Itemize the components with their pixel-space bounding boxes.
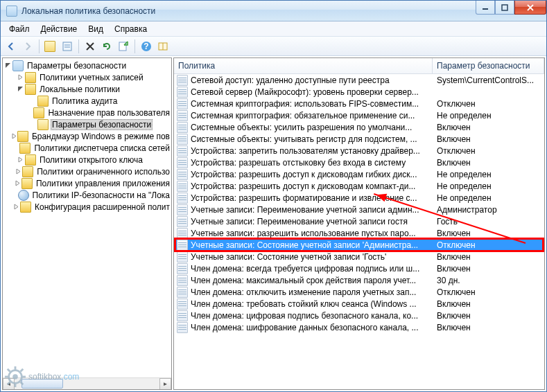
- table-row[interactable]: Устройства: разрешить доступ к дисковода…: [174, 168, 544, 180]
- menubar: Файл Действие Вид Справка: [1, 21, 546, 37]
- export-button[interactable]: [116, 39, 131, 54]
- tree[interactable]: Параметры безопасностиПолитики учетных з…: [3, 58, 171, 377]
- tree-item[interactable]: Политики учетных записей: [3, 71, 171, 83]
- table-row[interactable]: Сетевой доступ: удаленно доступные пути …: [174, 74, 544, 86]
- policy-value: Отключен: [433, 240, 544, 250]
- tree-item[interactable]: Назначение прав пользователя: [3, 107, 171, 118]
- tree-item[interactable]: Политики диспетчера списка сетей: [3, 142, 171, 154]
- table-row[interactable]: Системная криптография: обязательное при…: [174, 109, 544, 121]
- forward-button[interactable]: [20, 39, 35, 54]
- svg-point-11: [12, 374, 18, 380]
- svg-rect-1: [502, 5, 507, 10]
- table-row[interactable]: Учетные записи: Состояние учетной записи…: [174, 251, 544, 262]
- tree-item-label: Политика аудита: [51, 96, 119, 106]
- menu-action[interactable]: Действие: [35, 23, 83, 35]
- tree-item-label: Назначение прав пользователя: [46, 108, 171, 118]
- tree-item-label: Политики IP-безопасности на "Лока: [31, 190, 171, 200]
- policy-icon: [177, 169, 188, 180]
- table-row[interactable]: Учетные записи: разрешить использование …: [174, 227, 544, 239]
- up-button[interactable]: [43, 39, 58, 54]
- policy-name: Системные объекты: учитывать регистр для…: [191, 134, 433, 144]
- policy-value: Включен: [433, 158, 544, 168]
- properties-button[interactable]: [60, 39, 75, 54]
- folder-icon: [17, 131, 28, 142]
- table-row[interactable]: Член домена: отключить изменение пароля …: [174, 286, 544, 298]
- maximize-button[interactable]: [495, 1, 514, 15]
- expand-icon[interactable]: [14, 167, 22, 177]
- policy-icon: [177, 204, 188, 215]
- sec-icon: [12, 60, 24, 71]
- policy-value: 30 дн.: [433, 276, 544, 285]
- table-row[interactable]: Устройства: разрешить форматирование и и…: [174, 192, 544, 204]
- policy-value: Включен: [433, 252, 544, 262]
- tree-item[interactable]: Локальные политики: [3, 83, 171, 95]
- table-row[interactable]: Устройства: разрешить доступ к дисковода…: [174, 180, 544, 192]
- gear-icon: [5, 366, 26, 387]
- folder-icon: [33, 107, 44, 118]
- tree-item-label: Конфигурация расширенной полит: [33, 202, 171, 212]
- expand-icon[interactable]: [13, 179, 21, 188]
- scroll-right-button[interactable]: ►: [159, 378, 171, 390]
- help-button[interactable]: ?: [139, 39, 154, 54]
- table-row[interactable]: Член домена: максимальный срок действия …: [174, 274, 544, 286]
- expand-icon[interactable]: [12, 202, 20, 212]
- table-row[interactable]: Учетные записи: Переименование учетной з…: [174, 215, 544, 227]
- menu-file[interactable]: Файл: [3, 23, 35, 35]
- policy-icon: [177, 193, 188, 204]
- folder-open-icon: [37, 119, 49, 130]
- toolbar-sep: [39, 39, 40, 53]
- table-row[interactable]: Устройства: разрешать отстыковку без вхо…: [174, 157, 544, 168]
- policy-name: Сетевой сервер (Майкрософт): уровень про…: [191, 87, 433, 97]
- tree-item[interactable]: Политики ограниченного использо: [3, 166, 171, 177]
- col-setting[interactable]: Параметр безопасности: [433, 58, 544, 73]
- tree-item[interactable]: Конфигурация расширенной полит: [3, 201, 171, 213]
- tree-item-label: Локальные политики: [38, 84, 121, 94]
- policy-icon: [177, 216, 188, 227]
- refresh-button[interactable]: [99, 39, 114, 54]
- expand-icon[interactable]: [15, 155, 25, 165]
- policy-value: Не определен: [433, 111, 544, 121]
- table-row[interactable]: Учетные записи: Переименование учетной з…: [174, 204, 544, 215]
- delete-button[interactable]: [83, 39, 98, 54]
- policy-value: Не определен: [433, 170, 544, 179]
- tree-item[interactable]: Параметры безопасности: [3, 118, 171, 130]
- watermark-text: softikbox.com: [28, 372, 79, 382]
- tree-item[interactable]: Параметры безопасности: [3, 60, 171, 71]
- policy-icon: [177, 98, 188, 109]
- minimize-button[interactable]: [476, 1, 495, 15]
- titlebar[interactable]: Локальная политика безопасности: [1, 1, 546, 21]
- table-row[interactable]: Устройства: запретить пользователям уста…: [174, 145, 544, 157]
- table-row[interactable]: Системная криптография: использовать FIP…: [174, 98, 544, 109]
- tree-item[interactable]: Политики управления приложения: [3, 177, 171, 189]
- tree-item[interactable]: Политики IP-безопасности на "Лока: [3, 189, 171, 201]
- tree-item[interactable]: Брандмауэр Windows в режиме пов: [3, 130, 171, 142]
- policy-value: Включен: [433, 323, 544, 332]
- tree-item[interactable]: Политика аудита: [3, 95, 171, 107]
- table-row[interactable]: Сетевой сервер (Майкрософт): уровень про…: [174, 86, 544, 98]
- policy-icon: [177, 322, 188, 333]
- collapse-icon[interactable]: [15, 84, 25, 94]
- expand-icon[interactable]: [15, 73, 25, 82]
- folder-icon: [20, 202, 31, 213]
- menu-help[interactable]: Справка: [109, 23, 153, 35]
- tree-item[interactable]: Политики открытого ключа: [3, 154, 171, 166]
- col-policy[interactable]: Политика: [174, 58, 433, 73]
- table-row[interactable]: Член домена: шифрование данных безопасно…: [174, 321, 544, 333]
- folder-icon: [21, 178, 33, 189]
- table-row[interactable]: Системные объекты: учитывать регистр для…: [174, 133, 544, 145]
- back-button[interactable]: [3, 39, 19, 54]
- list-rows[interactable]: Сетевой доступ: удаленно доступные пути …: [174, 74, 544, 389]
- table-row[interactable]: Член домена: цифровая подпись безопасног…: [174, 310, 544, 321]
- menu-view[interactable]: Вид: [83, 23, 109, 35]
- collapse-icon[interactable]: [3, 61, 12, 71]
- expand-icon[interactable]: [11, 132, 17, 141]
- table-row[interactable]: Член домена: всегда требуется цифровая п…: [174, 262, 544, 274]
- table-row[interactable]: Системные объекты: усилить разрешения по…: [174, 121, 544, 133]
- policy-name: Устройства: разрешить доступ к дисковода…: [191, 181, 433, 191]
- table-row[interactable]: Учетные записи: Состояние учетной записи…: [174, 239, 544, 251]
- table-row[interactable]: Член домена: требовать стойкий ключ сеан…: [174, 298, 544, 310]
- extra-button[interactable]: [155, 39, 171, 54]
- policy-icon: [177, 299, 188, 310]
- close-button[interactable]: [514, 1, 546, 15]
- window: Локальная политика безопасности Файл Дей…: [0, 0, 547, 392]
